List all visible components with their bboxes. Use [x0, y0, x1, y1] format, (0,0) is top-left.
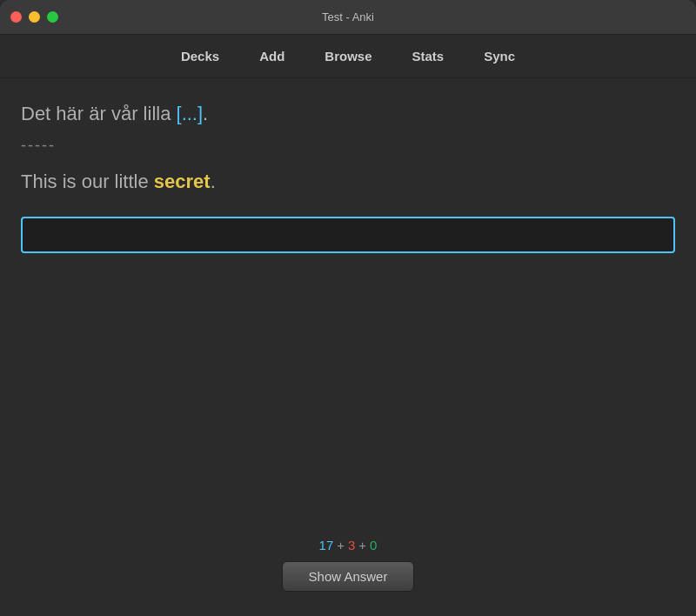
front-text-before: Det här är vår lilla — [21, 103, 177, 124]
nav-sync[interactable]: Sync — [477, 45, 522, 67]
card-back: This is our little secret. — [21, 167, 675, 196]
plus-1: + — [337, 538, 345, 552]
divider: ----- — [21, 137, 675, 155]
answer-input[interactable] — [21, 217, 675, 253]
card-counts: 17 + 3 + 0 — [319, 538, 378, 552]
count-red: 3 — [348, 538, 355, 552]
count-green: 0 — [370, 538, 377, 552]
bottom-area: 17 + 3 + 0 Show Answer — [0, 538, 696, 616]
cloze-bracket: [...] — [177, 103, 204, 124]
nav-browse[interactable]: Browse — [318, 45, 378, 67]
minimize-button[interactable] — [29, 11, 40, 23]
back-text-before: This is our little — [21, 171, 154, 192]
maximize-button[interactable] — [47, 11, 58, 23]
traffic-lights — [10, 11, 58, 23]
nav-decks[interactable]: Decks — [174, 45, 226, 67]
answer-word: secret — [154, 171, 211, 192]
title-bar: Test - Anki — [0, 0, 696, 35]
nav-bar: Decks Add Browse Stats Sync — [0, 35, 696, 78]
plus-2: + — [358, 538, 366, 552]
nav-stats[interactable]: Stats — [405, 45, 452, 67]
nav-add[interactable]: Add — [252, 45, 291, 67]
count-blue: 17 — [319, 538, 334, 552]
card-front: Det här är vår lilla [...]. — [21, 99, 675, 128]
window-title: Test - Anki — [322, 10, 374, 23]
main-content: Det här är vår lilla [...]. ----- This i… — [0, 78, 696, 196]
back-text-after: . — [211, 171, 216, 192]
show-answer-button[interactable]: Show Answer — [282, 561, 415, 592]
front-text-after: . — [203, 103, 208, 124]
close-button[interactable] — [10, 11, 22, 23]
